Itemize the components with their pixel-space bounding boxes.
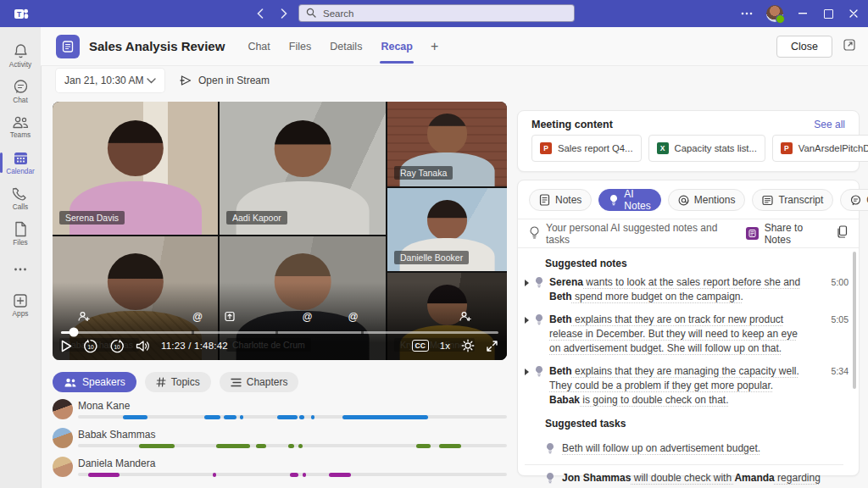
person-add-marker-icon[interactable]	[77, 311, 90, 322]
more-icon	[14, 268, 27, 271]
notes-tab-chat[interactable]: Chat	[840, 189, 868, 211]
popout-icon[interactable]	[843, 38, 856, 55]
meeting-date-dropdown[interactable]: Jan 21, 10:30 AM	[56, 69, 164, 92]
sidebar-item-files[interactable]: Files	[0, 216, 41, 252]
forward-10-icon[interactable]: 10	[109, 339, 125, 353]
open-in-stream-button[interactable]: Open in Stream	[180, 75, 270, 86]
close-button[interactable]: Close	[776, 36, 832, 58]
notes-scrollbar[interactable]	[853, 252, 856, 389]
speaker-timeline[interactable]	[78, 415, 507, 419]
lightbulb-icon	[545, 442, 555, 458]
rewind-10-icon[interactable]: 10	[83, 339, 98, 353]
copy-icon[interactable]	[837, 225, 848, 241]
video-tile-danielle-booker: Danielle Booker	[387, 188, 507, 271]
note-timestamp[interactable]: 5:00	[832, 275, 849, 287]
speaker-timeline[interactable]	[78, 444, 507, 447]
phone-icon	[13, 186, 28, 202]
volume-icon[interactable]	[136, 340, 150, 352]
sidebar-item-teams[interactable]: Teams	[0, 109, 41, 145]
svg-text:10: 10	[87, 343, 94, 349]
note-timestamp[interactable]: 5:05	[832, 313, 849, 324]
maximize-window-icon[interactable]	[822, 6, 834, 21]
ai-notes-subheader: Your personal AI suggested notes and tas…	[518, 219, 859, 247]
recording-player[interactable]: Serena DavisAadi KapoorRay TanakaDaniell…	[53, 102, 507, 360]
expand-caret-icon[interactable]	[525, 280, 529, 286]
sidebar-item-calendar[interactable]: Calendar	[0, 145, 41, 180]
sidebar-item-item[interactable]	[0, 252, 41, 287]
sidebar-item-apps[interactable]: Apps	[0, 287, 41, 323]
tab-recap[interactable]: Recap	[371, 27, 422, 65]
playback-speed-button[interactable]: 1x	[440, 341, 450, 351]
add-tab-button[interactable]: +	[422, 39, 447, 54]
speaker-timeline[interactable]	[78, 473, 507, 476]
file-chip-vanarsdelpitchde[interactable]: PVanArsdelPitchDe...	[772, 135, 868, 162]
svg-text:T: T	[17, 10, 22, 19]
player-timeline[interactable]	[61, 331, 498, 335]
note-text: Beth explains that they are managing the…	[549, 364, 804, 408]
chat-bubble-icon	[850, 195, 861, 206]
note-text: Beth explains that they are on track for…	[549, 313, 804, 356]
avatar	[53, 428, 73, 448]
speech-segment	[288, 444, 293, 448]
file-chip-sales-report-q4[interactable]: PSales report Q4...	[531, 135, 642, 162]
mention-marker-icon[interactable]: @	[192, 311, 203, 323]
chapter-tick	[192, 330, 194, 336]
teams-logo-icon[interactable]: T	[14, 6, 29, 21]
hash-icon	[156, 377, 166, 387]
stream-icon	[180, 75, 192, 86]
sidebar-item-calls[interactable]: Calls	[0, 180, 41, 216]
calendar-icon	[13, 150, 29, 166]
tab-files[interactable]: Files	[280, 27, 320, 65]
share-to-notes-label: Share to Notes	[765, 222, 831, 246]
sidebar-item-chat[interactable]: Chat	[0, 74, 41, 109]
notes-tab-transcript[interactable]: Transcript	[752, 189, 833, 211]
settings-gear-icon[interactable]	[461, 339, 475, 352]
speech-segment	[213, 473, 216, 477]
person-add-marker-icon[interactable]	[459, 311, 471, 322]
filter-pill-topics[interactable]: Topics	[145, 372, 211, 392]
notes-app-icon	[746, 227, 759, 240]
notes-tab-mentions[interactable]: Mentions	[668, 189, 746, 211]
captions-button[interactable]: CC	[412, 340, 429, 352]
speech-segment	[299, 415, 304, 419]
expand-caret-icon[interactable]	[525, 317, 529, 324]
close-window-icon[interactable]	[848, 6, 860, 21]
titlebar: T	[0, 0, 868, 27]
play-icon[interactable]	[61, 340, 72, 352]
meeting-date-value: Jan 21, 10:30 AM	[64, 75, 143, 86]
fullscreen-icon[interactable]	[486, 340, 498, 352]
participant-name-label: Danielle Booker	[394, 251, 469, 264]
mention-marker-icon[interactable]: @	[302, 311, 312, 323]
expand-caret-icon[interactable]	[525, 369, 529, 375]
share-marker-icon[interactable]	[225, 311, 236, 322]
note-timestamp[interactable]: 5:34	[832, 364, 849, 376]
filter-pill-chapters[interactable]: Chapters	[220, 372, 299, 392]
notes-tab-notes[interactable]: Notes	[529, 189, 592, 211]
speech-segment	[277, 415, 298, 419]
search-input[interactable]	[321, 8, 567, 19]
history-nav	[254, 5, 290, 22]
speech-segment	[416, 444, 431, 448]
avatar	[53, 457, 73, 477]
back-icon[interactable]	[254, 5, 266, 22]
minimize-window-icon[interactable]	[797, 6, 809, 21]
share-to-notes-button[interactable]: Share to Notes	[746, 222, 831, 246]
sidebar-item-activity[interactable]: Activity	[0, 38, 41, 74]
chevron-down-icon	[147, 78, 156, 84]
note-icon	[539, 194, 550, 206]
note-text: Serena wants to look at the sales report…	[549, 275, 804, 304]
tab-details[interactable]: Details	[320, 27, 371, 65]
user-avatar[interactable]	[766, 5, 783, 22]
speech-segment	[303, 473, 306, 477]
more-options-icon[interactable]	[741, 6, 753, 21]
see-all-link[interactable]: See all	[814, 119, 845, 130]
bulb-icon	[609, 194, 619, 206]
bell-icon	[13, 43, 29, 59]
filter-pill-speakers[interactable]: Speakers	[53, 372, 136, 392]
tab-chat[interactable]: Chat	[238, 27, 279, 65]
notes-tab-ai-notes[interactable]: AI Notes	[598, 189, 660, 211]
mention-marker-icon[interactable]: @	[348, 311, 359, 323]
search-bar[interactable]	[298, 4, 575, 22]
file-chip-capacity-stats-list[interactable]: XCapacity stats list...	[648, 135, 765, 162]
forward-icon[interactable]	[278, 5, 290, 22]
